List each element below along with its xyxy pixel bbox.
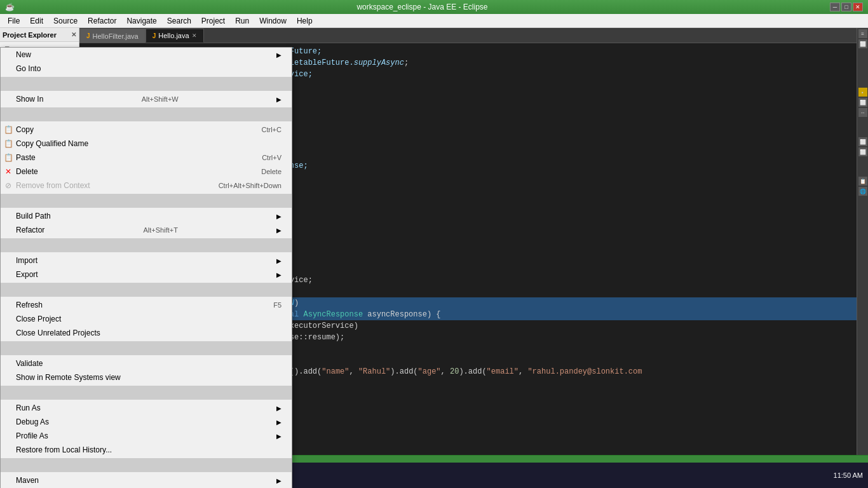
ctx-sep1 bbox=[1, 77, 292, 91]
ctx-validate[interactable]: Validate bbox=[1, 356, 292, 370]
menu-search[interactable]: Search bbox=[162, 15, 196, 27]
ctx-close-unrelated[interactable]: Close Unrelated Projects bbox=[1, 326, 292, 340]
ctx-sep2 bbox=[1, 107, 292, 121]
ctx-maven-label: Maven bbox=[16, 476, 39, 485]
ctx-close-unrelated-label: Close Unrelated Projects bbox=[16, 329, 100, 337]
right-sidebar: ≡ ⬜ ▪ ⬜ ↔ ⬜ ⬜ 📋 🌐 bbox=[857, 28, 868, 455]
submenu-arrow: ▶ bbox=[276, 271, 281, 278]
ctx-validate-label: Validate bbox=[16, 359, 43, 368]
sidebar-btn-7[interactable]: ⬜ bbox=[858, 147, 867, 156]
ctx-refactor-shortcut: Alt+Shift+T bbox=[143, 226, 177, 234]
ctx-new[interactable]: New ▶ bbox=[1, 48, 292, 62]
sidebar-btn-8[interactable]: 📋 bbox=[858, 177, 867, 186]
ctx-refactor-label: Refactor bbox=[16, 226, 44, 234]
submenu-arrow: ▶ bbox=[276, 419, 281, 426]
ctx-export[interactable]: Export ▶ bbox=[1, 268, 292, 281]
menu-window[interactable]: Window bbox=[254, 15, 292, 27]
sidebar-btn-5[interactable]: ↔ bbox=[858, 108, 867, 117]
ctx-refresh[interactable]: Refresh F5 bbox=[1, 298, 292, 312]
ctx-restore-local-label: Restore from Local History... bbox=[16, 445, 112, 454]
delete-icon: ✕ bbox=[3, 167, 13, 176]
ctx-build-path-label: Build Path bbox=[16, 212, 51, 220]
close-button[interactable]: ✕ bbox=[853, 3, 863, 11]
ctx-delete-shortcut: Delete bbox=[261, 168, 281, 175]
copy-qualified-icon: 📋 bbox=[3, 139, 13, 148]
maximize-button[interactable]: □ bbox=[841, 3, 851, 11]
ctx-sep7 bbox=[1, 386, 292, 400]
menu-project[interactable]: Project bbox=[196, 15, 230, 27]
sidebar-btn-6[interactable]: ⬜ bbox=[858, 137, 867, 146]
ctx-paste[interactable]: 📋 Paste Ctrl+V bbox=[1, 151, 292, 165]
sidebar-btn-2[interactable]: ⬜ bbox=[858, 39, 867, 48]
ctx-close-project[interactable]: Close Project bbox=[1, 312, 292, 326]
panel-header: Project Explorer ✕ bbox=[0, 28, 79, 42]
menu-help[interactable]: Help bbox=[292, 15, 318, 27]
ctx-new-label: New bbox=[16, 50, 31, 59]
ctx-remove-context-label: Remove from Context bbox=[16, 181, 90, 190]
menu-source[interactable]: Source bbox=[48, 15, 83, 27]
ctx-run-as-label: Run As bbox=[16, 403, 41, 412]
ctx-copy[interactable]: 📋 Copy Ctrl+C bbox=[1, 123, 292, 137]
copy-icon: 📋 bbox=[3, 125, 13, 134]
submenu-arrow: ▶ bbox=[276, 96, 281, 103]
tab-label: Hello.java bbox=[158, 32, 189, 39]
ctx-delete[interactable]: ✕ Delete Delete bbox=[1, 165, 292, 179]
ctx-build-path[interactable]: Build Path ▶ bbox=[1, 209, 292, 223]
sidebar-btn-3[interactable]: ▪ bbox=[858, 88, 867, 97]
ctx-copy-qualified-label: Copy Qualified Name bbox=[16, 139, 88, 148]
ctx-profile-as[interactable]: Profile As ▶ bbox=[1, 429, 292, 443]
submenu-arrow: ▶ bbox=[276, 405, 281, 412]
ctx-refactor[interactable]: Refactor Alt+Shift+T ▶ bbox=[1, 223, 292, 237]
ctx-debug-as[interactable]: Debug As ▶ bbox=[1, 415, 292, 429]
sidebar-btn-1[interactable]: ≡ bbox=[858, 29, 867, 38]
ctx-copy-label: Copy bbox=[16, 125, 34, 134]
submenu-arrow: ▶ bbox=[276, 213, 281, 220]
ctx-go-into-label: Go Into bbox=[16, 64, 41, 73]
ctx-copy-qualified[interactable]: 📋 Copy Qualified Name bbox=[1, 137, 292, 151]
ctx-paste-shortcut: Ctrl+V bbox=[262, 154, 281, 161]
ctx-refresh-shortcut: F5 bbox=[273, 301, 281, 309]
window-icon: ☕ bbox=[5, 3, 15, 11]
time-display: 11:50 AM bbox=[834, 471, 863, 479]
ctx-paste-label: Paste bbox=[16, 153, 36, 162]
ctx-show-in[interactable]: Show In Alt+Shift+W ▶ bbox=[1, 92, 292, 106]
menu-file[interactable]: File bbox=[3, 15, 25, 27]
menu-refactor[interactable]: Refactor bbox=[83, 15, 121, 27]
panel-close-button[interactable]: ✕ bbox=[71, 31, 76, 38]
title-bar: ☕ workspace_eclispe - Java EE - Eclipse … bbox=[0, 0, 868, 14]
ctx-sep4 bbox=[1, 238, 292, 252]
ctx-export-label: Export bbox=[16, 270, 38, 279]
ctx-maven[interactable]: Maven ▶ bbox=[1, 473, 292, 487]
ctx-import[interactable]: Import ▶ bbox=[1, 254, 292, 268]
ctx-copy-shortcut: Ctrl+C bbox=[262, 126, 281, 133]
menu-run[interactable]: Run bbox=[230, 15, 254, 27]
window-title: workspace_eclispe - Java EE - Eclipse bbox=[356, 3, 487, 11]
sidebar-btn-4[interactable]: ⬜ bbox=[858, 98, 867, 107]
ctx-go-into[interactable]: Go Into bbox=[1, 62, 292, 76]
tab-close-button[interactable]: ✕ bbox=[192, 32, 197, 39]
tab-label: HelloFilter.java bbox=[93, 32, 139, 40]
menu-navigate[interactable]: Navigate bbox=[121, 15, 161, 27]
ctx-restore-local[interactable]: Restore from Local History... bbox=[1, 443, 292, 457]
sidebar-btn-9[interactable]: 🌐 bbox=[858, 187, 867, 196]
ctx-show-in-label: Show In bbox=[16, 95, 43, 104]
ctx-debug-as-label: Debug As bbox=[16, 417, 49, 426]
submenu-arrow: ▶ bbox=[276, 227, 281, 234]
tab-icon: J bbox=[86, 32, 90, 39]
minimize-button[interactable]: ─ bbox=[830, 3, 840, 11]
ctx-run-as[interactable]: Run As ▶ bbox=[1, 401, 292, 415]
tab-icon: J bbox=[153, 32, 156, 39]
submenu-arrow: ▶ bbox=[276, 51, 281, 58]
tabs-bar: J HelloFilter.java J Hello.java ✕ bbox=[79, 28, 857, 43]
ctx-show-remote[interactable]: Show in Remote Systems view bbox=[1, 370, 292, 384]
tab-hello[interactable]: J Hello.java ✕ bbox=[146, 29, 204, 43]
remove-context-icon: ⊘ bbox=[3, 181, 13, 190]
tab-hellofilter[interactable]: J HelloFilter.java bbox=[79, 29, 146, 43]
context-menu: New ▶ Go Into Show In Alt+Shift+W ▶ 📋 Co… bbox=[0, 47, 292, 488]
menu-edit[interactable]: Edit bbox=[25, 15, 48, 27]
ctx-refresh-label: Refresh bbox=[16, 301, 43, 309]
taskbar-time: 11:50 AM bbox=[834, 471, 863, 479]
ctx-remove-context: ⊘ Remove from Context Ctrl+Alt+Shift+Dow… bbox=[1, 179, 292, 193]
ctx-sep8 bbox=[1, 458, 292, 472]
ctx-show-remote-label: Show in Remote Systems view bbox=[16, 373, 121, 382]
